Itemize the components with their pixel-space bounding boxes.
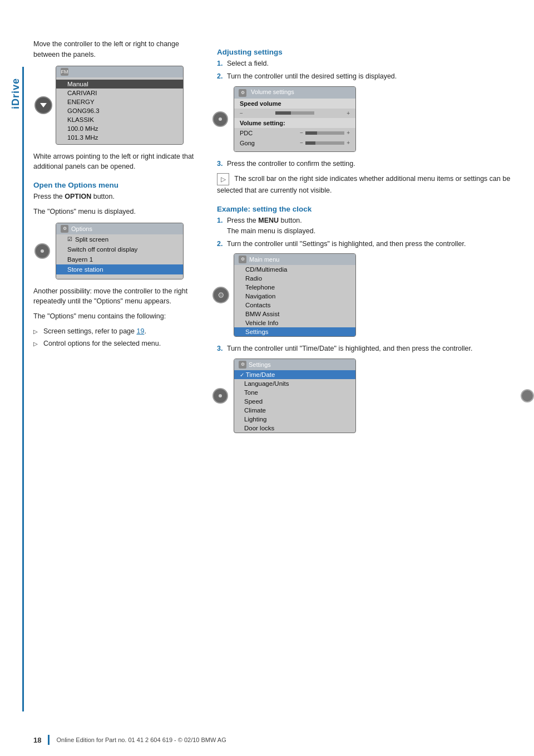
fm-row-101: 101.3 MHz [56, 133, 183, 142]
fm-row-100: 100.0 MHz [56, 124, 183, 133]
settings-screen-wrapper: ⚙ Settings Time/Date Language/Units Tone… [234, 359, 517, 433]
gong-row: Gong − + [234, 138, 355, 148]
gong-bar [305, 141, 344, 145]
set-row-tone: Tone [234, 388, 355, 397]
mm-row-navigation: Navigation [234, 292, 355, 301]
ctrl-left-widget [34, 243, 50, 259]
white-arrows-note: White arrows pointing to the left or rig… [33, 151, 200, 173]
open-options-step1: Press the OPTION button. [33, 192, 200, 202]
scroll-indicator-box: ▷ [217, 173, 229, 185]
adj-step2-num: 2. [217, 71, 222, 82]
ex-step2-num: 2. [217, 239, 222, 249]
options-screen: ⚙ Options ☑ Split screen Switch off cont… [56, 223, 184, 279]
page-container: iDrive Move the controller to the left o… [0, 0, 534, 756]
minus-sign-gong: − [300, 140, 303, 146]
plus-sign-pdc: + [347, 130, 350, 136]
mm-row-radio: Radio [234, 274, 355, 283]
settings-icon-left: ⚙ [212, 287, 229, 303]
pdc-row: PDC − + [234, 128, 355, 138]
adj-step3-text: Press the controller to confirm the sett… [227, 160, 355, 168]
settings-title-bar: ⚙ Settings [234, 359, 355, 370]
gong-bar-wrap: − + [300, 140, 350, 146]
adj-step2-text: Turn the controller until the desired se… [227, 72, 397, 80]
ctrl-left-vol [212, 111, 228, 127]
settings-title-text: Settings [249, 361, 271, 368]
example-steps: 1. Press the MENU button.The main menu i… [217, 215, 517, 249]
adjusting-heading: Adjusting settings [217, 48, 517, 56]
options-icon: ⚙ [61, 225, 68, 233]
ex-step3-text: Turn the controller until "Time/Date" is… [227, 345, 473, 352]
intro-paragraph: Move the controller to the left or right… [33, 39, 200, 60]
footer-page-num: 18 [33, 736, 41, 744]
set-row-speed: Speed [234, 397, 355, 406]
mm-row-contacts: Contacts [234, 301, 355, 310]
mm-row-bmw: BMW Assist [234, 310, 355, 318]
settings-icon: ⚙ [239, 361, 246, 369]
vol-setting-label-row: Volume setting: [234, 118, 355, 128]
volume-title: ⚙ Volume settings [234, 87, 355, 99]
plus-sign-gong: + [347, 140, 350, 146]
scroll-note: ▷ The scroll bar on the right side indic… [217, 173, 517, 196]
volume-screen-wrapper: ⚙ Volume settings Speed volume − + [234, 86, 517, 152]
page-link-19[interactable]: 19 [136, 327, 144, 335]
fm-screen-wrapper: FM Manual CARIVARI ENERGY GONG96.3 KLASS… [56, 66, 200, 145]
speed-vol-fill [275, 111, 291, 115]
ex-step1b-text: The main menu is displayed. [227, 227, 315, 235]
mm-title-text: Main menu [249, 256, 279, 263]
footer-accent-line [48, 735, 50, 745]
ex-step-2: 2. Turn the controller until "Settings" … [217, 239, 517, 249]
ctrl-left-settings [212, 388, 228, 404]
pdc-label: PDC [240, 130, 253, 136]
options-contains: The "Options" menu contains the followin… [33, 311, 200, 322]
page-footer: 18 Online Edition for Part no. 01 41 2 6… [0, 735, 534, 745]
opt-label-switch: Switch off control display [67, 246, 137, 253]
ex-step3-num: 3. [217, 343, 222, 354]
check-icon-split: ☑ [67, 236, 72, 242]
fm-row-manual: Manual [56, 80, 183, 89]
right-column: Adjusting settings 1. Select a field. 2.… [217, 39, 517, 440]
minus-sign-speed: − [240, 110, 243, 116]
adj-step-1: 1. Select a field. [217, 58, 517, 69]
opt-label-store: Store station [67, 266, 103, 273]
minus-sign-pdc: − [300, 130, 303, 136]
ctrl-dot-vol [219, 117, 222, 121]
gong-label: Gong [240, 140, 255, 146]
ex-step-3: 3. Turn the controller until "Time/Date"… [217, 343, 517, 354]
options-title-text: Options [71, 225, 92, 232]
mm-row-settings: Settings [234, 327, 355, 336]
fm-screen-body: Manual CARIVARI ENERGY GONG96.3 KLASSIK … [56, 77, 183, 144]
opt-label-bayern: Bayern 1 [67, 256, 93, 263]
pdc-bar-wrap: − + [300, 130, 350, 136]
set-row-climate: Climate [234, 406, 355, 415]
pdc-fill [305, 131, 317, 135]
fm-row-gong: GONG96.3 [56, 106, 183, 115]
speed-vol-label: Speed volume [240, 100, 281, 107]
ctrl-dot [41, 249, 44, 253]
speed-vol-row: Speed volume [234, 99, 355, 109]
adj-step3-num: 3. [217, 159, 222, 169]
mm-rows: CD/Multimedia Radio Telephone Navigation… [234, 265, 355, 336]
example-heading: Example: setting the clock [217, 205, 517, 213]
adj-step-3: 3. Press the controller to confirm the s… [217, 159, 517, 169]
options-screen-wrapper: ⚙ Options ☑ Split screen Switch off cont… [56, 223, 200, 279]
ex-step1-num: 1. [217, 215, 222, 226]
speed-vol-bar [275, 111, 314, 115]
fm-row-klassik: KLASSIK [56, 115, 183, 124]
settings-screen: ⚙ Settings Time/Date Language/Units Tone… [234, 359, 356, 433]
ex-step3-list: 3. Turn the controller until "Time/Date"… [217, 343, 517, 354]
blue-accent-border [22, 67, 24, 711]
open-options-step2: The "Options" menu is displayed. [33, 207, 200, 217]
ex-step1-text: Press the MENU button.The main menu is d… [227, 217, 315, 235]
vol-setting-label: Volume setting: [240, 120, 285, 126]
fm-row-carivari: CARIVARI [56, 89, 183, 97]
set-row-language: Language/Units [234, 379, 355, 388]
footer-text: Online Edition for Part no. 01 41 2 604 … [56, 737, 226, 743]
fm-row-energy: ENERGY [56, 97, 183, 106]
fm-screen: FM Manual CARIVARI ENERGY GONG96.3 KLASS… [56, 66, 184, 145]
main-menu-screen-wrapper: ⚙ ⚙ Main menu CD/Multimedia Radio Teleph… [234, 253, 517, 337]
mm-icon: ⚙ [239, 256, 246, 263]
left-column: Move the controller to the left or right… [33, 39, 200, 440]
adj-step3-list: 3. Press the controller to confirm the s… [217, 159, 517, 169]
opt-spacer [56, 274, 183, 279]
pdc-bar [305, 131, 344, 135]
